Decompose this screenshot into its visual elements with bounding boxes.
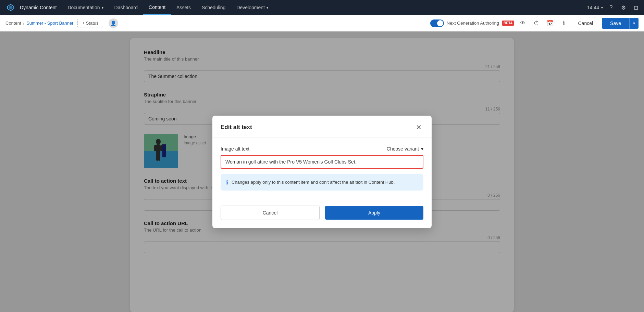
calendar-icon[interactable]: 📅 — [545, 18, 555, 28]
chevron-down-icon: ▾ — [267, 6, 268, 10]
modal-body: Image alt text Choose variant ▾ ℹ Change… — [212, 138, 432, 200]
help-icon[interactable]: ? — [606, 2, 617, 13]
modal-overlay: Edit alt text ✕ Image alt text Choose va… — [0, 31, 644, 312]
modal-cancel-button[interactable]: Cancel — [221, 206, 320, 220]
nga-label: Next Generation Authoring — [447, 21, 499, 26]
app-name: Dynamic Content — [18, 5, 62, 10]
settings-icon[interactable]: ⚙ — [618, 2, 629, 13]
nav-development[interactable]: Development ▾ — [231, 0, 274, 15]
modal-apply-button[interactable]: Apply — [325, 206, 423, 220]
chevron-down-icon: ▾ — [102, 6, 103, 10]
current-time: 14:44 ▾ — [587, 5, 603, 10]
external-link-icon[interactable]: ⊡ — [630, 2, 641, 13]
history-icon[interactable]: ⏱ — [531, 18, 542, 28]
breadcrumb: Content / Summer - Sport Banner — [5, 21, 73, 26]
preview-icon[interactable]: 👁 — [518, 18, 528, 28]
info-text: Changes apply only to this content item … — [232, 179, 395, 186]
nav-dashboard[interactable]: Dashboard — [109, 0, 144, 15]
info-circle-icon: ℹ — [226, 179, 228, 186]
nga-toggle-switch[interactable] — [430, 20, 444, 27]
info-box: ℹ Changes apply only to this content ite… — [221, 174, 423, 191]
beta-badge: BETA — [502, 21, 514, 26]
modal-field-label: Image alt text — [221, 146, 249, 152]
nav-action-icons: ? ⚙ ⊡ — [603, 2, 644, 13]
breadcrumb-separator: / — [23, 21, 25, 26]
chevron-down-icon: ▾ — [421, 146, 423, 152]
breadcrumb-root[interactable]: Content — [5, 21, 21, 26]
cancel-button[interactable]: Cancel — [572, 18, 598, 28]
top-navigation: Dynamic Content Documentation ▾ Dashboar… — [0, 0, 644, 15]
page-background: Headline The main title of this banner 2… — [0, 31, 644, 312]
content-bar-right: Next Generation Authoring BETA 👁 ⏱ 📅 ℹ C… — [430, 18, 639, 29]
avatar-button[interactable]: 👤 — [109, 18, 118, 28]
content-bar: Content / Summer - Sport Banner + Status… — [0, 15, 644, 31]
modal-header: Edit alt text ✕ — [212, 116, 432, 138]
edit-alt-text-modal: Edit alt text ✕ Image alt text Choose va… — [212, 116, 432, 228]
modal-title: Edit alt text — [221, 124, 252, 131]
nav-documentation[interactable]: Documentation ▾ — [62, 0, 109, 15]
save-button-group: Save ▾ — [602, 18, 639, 29]
status-button[interactable]: + Status — [77, 19, 103, 27]
app-logo[interactable] — [3, 4, 18, 11]
nav-scheduling[interactable]: Scheduling — [196, 0, 231, 15]
svg-marker-1 — [9, 6, 13, 10]
nav-assets[interactable]: Assets — [171, 0, 196, 15]
save-button[interactable]: Save — [602, 18, 629, 29]
modal-footer: Cancel Apply — [212, 200, 432, 228]
save-dropdown-button[interactable]: ▾ — [629, 18, 639, 29]
modal-close-button[interactable]: ✕ — [414, 122, 423, 132]
modal-field-row: Image alt text Choose variant ▾ — [221, 146, 423, 152]
breadcrumb-current: Summer - Sport Banner — [26, 21, 73, 26]
choose-variant-dropdown[interactable]: Choose variant ▾ — [387, 146, 423, 152]
alt-text-input[interactable] — [221, 155, 423, 169]
nga-toggle-group: Next Generation Authoring BETA — [430, 20, 515, 27]
avatar: 👤 — [109, 18, 118, 28]
info-icon[interactable]: ℹ — [559, 18, 569, 28]
nav-content[interactable]: Content — [143, 0, 171, 15]
